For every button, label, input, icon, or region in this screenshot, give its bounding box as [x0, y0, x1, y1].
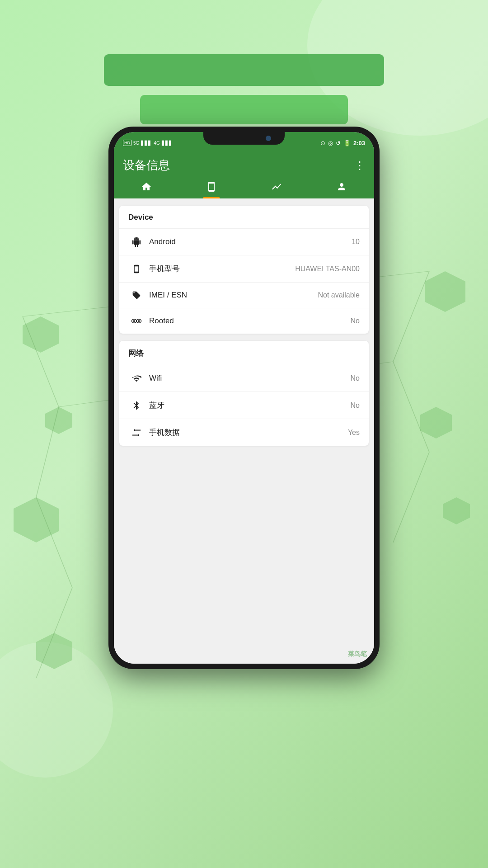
phone-model-value: HUAWEI TAS-AN00: [295, 265, 360, 273]
imei-row: IMEI / ESN Not available: [119, 283, 369, 308]
signal-bars-2: ▋▋▋: [162, 141, 173, 146]
imei-label: IMEI / ESN: [149, 291, 318, 300]
user-tab-icon: [336, 181, 347, 195]
phone-content: HD 5G ▋▋▋ 4G ▋▋▋ ⊙ ◎ ↺ 🔋 2:03 设备信息 ⋮: [114, 132, 374, 664]
device-section-header: Device: [119, 206, 369, 229]
status-left-icons: HD 5G ▋▋▋ 4G ▋▋▋: [123, 140, 173, 146]
android-row: Android 10: [119, 229, 369, 255]
bluetooth-row: 蓝牙 No: [119, 392, 369, 419]
home-tab-icon: [141, 181, 152, 195]
svg-line-1: [36, 407, 59, 497]
phone-frame: HD 5G ▋▋▋ 4G ▋▋▋ ⊙ ◎ ↺ 🔋 2:03 设备信息 ⋮: [108, 127, 380, 669]
svg-line-4: [393, 271, 429, 362]
android-label: Android: [149, 237, 352, 246]
svg-line-5: [393, 362, 429, 452]
signal-4g: 4G: [154, 141, 160, 146]
wifi-label: Wifi: [149, 374, 351, 383]
signal-icons: 5G: [133, 141, 139, 146]
svg-point-12: [138, 320, 140, 322]
imei-icon: [128, 291, 145, 300]
phone-model-icon: [128, 264, 145, 274]
alarm-icon: ⊙: [320, 140, 325, 146]
top-bars: [104, 54, 384, 124]
watermark: 菜鸟笔: [348, 650, 367, 658]
app-header: 设备信息 ⋮: [114, 152, 374, 173]
phone-inner: HD 5G ▋▋▋ 4G ▋▋▋ ⊙ ◎ ↺ 🔋 2:03 设备信息 ⋮: [114, 132, 374, 664]
mobile-data-value: Yes: [348, 429, 360, 437]
svg-point-11: [133, 320, 135, 322]
phone-notch: [203, 132, 285, 145]
wifi-icon: [128, 373, 145, 383]
network-section-card: 网络 Wifi No 蓝牙: [119, 341, 369, 446]
bluetooth-icon: [128, 401, 145, 410]
more-options-icon[interactable]: ⋮: [354, 159, 365, 172]
device-section-card: Device Android 10 手机型号: [119, 206, 369, 334]
phone-camera: [266, 136, 271, 141]
wifi-value: No: [351, 374, 360, 382]
tab-bar: [114, 173, 374, 198]
device-tab-icon: [206, 181, 217, 195]
sync-icon: ↺: [336, 140, 341, 146]
stats-tab-icon: [271, 181, 282, 195]
rooted-row: Rooted No: [119, 308, 369, 334]
phone-model-label: 手机型号: [149, 264, 295, 274]
tab-stats[interactable]: [262, 178, 291, 198]
battery-icon: 🔋: [343, 140, 351, 146]
tab-device[interactable]: [197, 178, 226, 198]
imei-value: Not available: [318, 291, 360, 299]
svg-line-3: [36, 588, 72, 678]
mobile-data-row: 手机数据 Yes: [119, 419, 369, 446]
top-bar-1: [104, 54, 384, 86]
tab-home[interactable]: [132, 178, 161, 198]
rooted-icon: [128, 318, 145, 324]
app-title: 设备信息: [123, 157, 170, 173]
wifi-row: Wifi No: [119, 365, 369, 392]
svg-line-0: [23, 316, 59, 407]
bluetooth-label: 蓝牙: [149, 400, 351, 410]
svg-line-2: [36, 497, 72, 588]
mobile-data-icon: [128, 428, 145, 438]
bluetooth-value: No: [351, 401, 360, 410]
tab-user[interactable]: [327, 178, 356, 198]
status-right-icons: ⊙ ◎ ↺ 🔋 2:03: [320, 140, 365, 146]
mobile-data-label: 手机数据: [149, 427, 348, 438]
phone-model-row: 手机型号 HUAWEI TAS-AN00: [119, 255, 369, 283]
ring-icon: ◎: [328, 140, 333, 146]
network-section-header: 网络: [119, 341, 369, 365]
svg-line-6: [393, 452, 429, 542]
scrollable-content: Device Android 10 手机型号: [114, 198, 374, 664]
rooted-value: No: [351, 317, 360, 325]
android-value: 10: [352, 238, 360, 246]
top-bar-2: [140, 95, 348, 124]
android-icon: [128, 237, 145, 247]
signal-bars-1: ▋▋▋: [141, 141, 152, 146]
time-display: 2:03: [353, 140, 365, 146]
rooted-label: Rooted: [149, 316, 351, 326]
hd-icon: HD: [123, 140, 131, 146]
